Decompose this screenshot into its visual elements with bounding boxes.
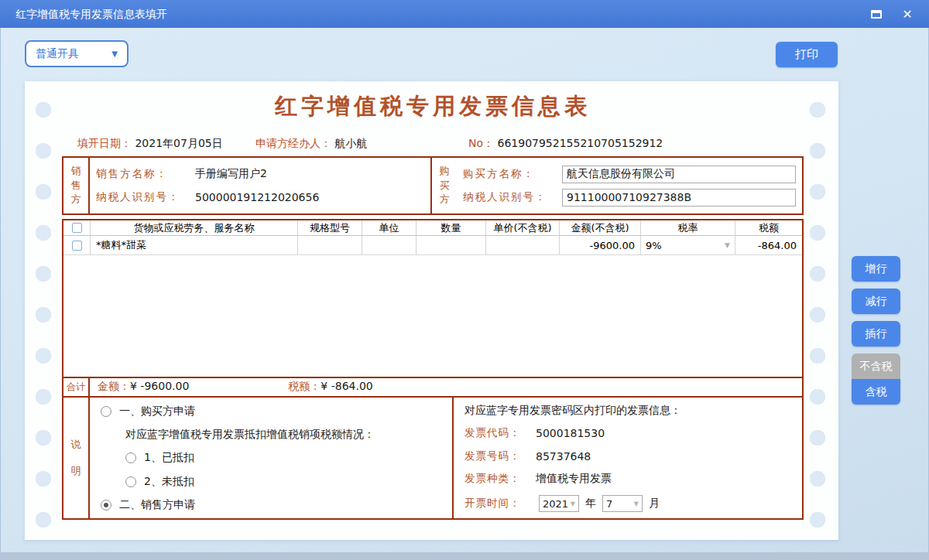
option-not-deducted-label: 2、未抵扣 xyxy=(144,475,194,489)
radio-icon[interactable] xyxy=(125,476,136,487)
buyer-taxid-input[interactable] xyxy=(562,189,796,207)
col-price: 单价(不含税) xyxy=(486,220,560,235)
option-deducted-label: 1、已抵扣 xyxy=(144,451,194,465)
buyer-name-input[interactable] xyxy=(562,166,796,183)
totals-tax: 税额：¥ -864.00 xyxy=(288,380,372,394)
invoice-month-select[interactable]: 7 ▼ xyxy=(602,495,643,512)
row-checkbox[interactable] xyxy=(72,241,82,251)
chevron-down-icon: ▼ xyxy=(571,500,575,507)
seller-taxid-label: 纳税人识别号： xyxy=(96,190,195,204)
row-tax-cell[interactable]: -864.00 xyxy=(735,236,802,254)
applicant-value: 航小航 xyxy=(334,137,367,149)
form-number-label: No： xyxy=(468,137,494,149)
radio-icon[interactable] xyxy=(101,406,111,417)
add-row-label: 增行 xyxy=(866,262,887,276)
chevron-down-icon: ▼ xyxy=(111,50,118,58)
col-tax: 税额 xyxy=(735,220,802,235)
tax-excluded-toggle[interactable]: 不含税 xyxy=(852,353,900,379)
option-seller-apply-label: 二、销售方申请 xyxy=(119,498,195,512)
invoice-code-value: 5000181530 xyxy=(536,427,605,439)
seller-side-cell: 销售方 xyxy=(63,158,90,213)
buyer-side-label: 购买方 xyxy=(439,164,451,208)
print-button[interactable]: 打印 xyxy=(776,42,838,67)
invoice-month-value: 7 xyxy=(606,498,612,510)
seller-taxid-value: 500000191212020656 xyxy=(195,191,319,203)
blue-invoice-info: 对应蓝字专用发票密码区内打印的发票信息： 发票代码： 5000181530 发票… xyxy=(454,398,802,519)
buyer-fields: 购买方名称： 纳税人识别号： xyxy=(457,158,802,213)
invoice-year-select[interactable]: 2021 ▼ xyxy=(539,495,579,512)
blue-invoice-caption-text: 对应蓝字专用发票密码区内打印的发票信息： xyxy=(464,404,681,418)
notes-side-label: 说明 xyxy=(70,432,82,484)
deduct-caption-text: 对应蓝字增值税专用发票抵扣增值税销项税额情况： xyxy=(125,428,375,442)
titlebar: 红字增值税专用发票信息表填开 ✕ xyxy=(0,0,929,28)
row-amount-cell[interactable]: -9600.00 xyxy=(560,236,641,254)
blue-invoice-caption: 对应蓝字专用发票密码区内打印的发票信息： xyxy=(464,404,802,418)
notes-side-cell: 说明 xyxy=(63,398,90,519)
chevron-down-icon: ▼ xyxy=(634,500,639,507)
table-row: *糖料*甜菜 -9600.00 9% ▼ -864.00 xyxy=(63,236,802,255)
totals-tax-label: 税额： xyxy=(288,380,321,392)
col-taxrate: 税率 xyxy=(641,220,735,235)
seller-fields: 销售方名称： 手册编写用户2 纳税人识别号： 50000019121202065… xyxy=(90,158,430,213)
buyer-taxid-label: 纳税人识别号： xyxy=(463,190,562,204)
close-icon: ✕ xyxy=(902,7,912,22)
totals-tax-value: ¥ -864.00 xyxy=(321,380,372,392)
items-table: 货物或应税劳务、服务名称 规格型号 单位 数量 单价(不含税) 金额(不含税) … xyxy=(62,219,804,520)
invoice-time-label: 开票时间： xyxy=(464,497,536,510)
insert-row-button[interactable]: 插行 xyxy=(852,321,900,347)
form-header-row: 填开日期： 2021年07月05日 申请方经办人： 航小航 No： 661907… xyxy=(62,137,804,152)
invoice-type-label: 发票种类： xyxy=(464,472,536,486)
print-button-label: 打印 xyxy=(795,47,818,62)
buyer-name-label: 购买方名称： xyxy=(463,167,562,181)
add-row-button[interactable]: 增行 xyxy=(852,256,900,282)
restore-icon xyxy=(871,10,882,19)
tax-included-toggle[interactable]: 含税 xyxy=(852,379,900,405)
invoice-number-label: 发票号码： xyxy=(464,449,536,463)
month-unit: 月 xyxy=(649,497,660,510)
radio-icon[interactable] xyxy=(125,452,136,463)
select-all-checkbox[interactable] xyxy=(72,223,82,233)
option-not-deducted[interactable]: 2、未抵扣 xyxy=(125,475,452,489)
select-all-cell xyxy=(63,220,91,235)
remove-row-label: 减行 xyxy=(866,295,887,309)
row-name-cell[interactable]: *糖料*甜菜 xyxy=(91,236,298,254)
issue-mode-select[interactable]: 普通开具 ▼ xyxy=(25,40,129,67)
option-buyer-apply-label: 一、购买方申请 xyxy=(119,405,195,418)
buyer-side-cell: 购买方 xyxy=(430,158,457,213)
window-title: 红字增值税专用发票信息表填开 xyxy=(15,0,167,28)
row-taxrate-select[interactable]: 9% ▼ xyxy=(641,236,735,254)
totals-label: 合计 xyxy=(63,378,90,396)
row-taxrate-value: 9% xyxy=(646,240,662,251)
seller-side-label: 销售方 xyxy=(70,164,82,208)
row-unit-cell[interactable] xyxy=(362,236,417,254)
remove-row-button[interactable]: 减行 xyxy=(852,289,900,314)
row-spec-cell[interactable] xyxy=(298,236,362,254)
notes-section: 说明 一、购买方申请 对应蓝字增值税专用发票抵扣增值税销项税额情况： 1、已抵扣… xyxy=(63,398,802,519)
col-unit: 单位 xyxy=(362,220,417,235)
invoice-number-value: 85737648 xyxy=(536,450,591,463)
row-qty-cell[interactable] xyxy=(417,236,486,254)
perforation-dots-right xyxy=(809,101,826,528)
radio-selected-icon[interactable] xyxy=(101,500,111,510)
row-checkbox-cell xyxy=(63,236,91,254)
applicant: 申请方经办人： 航小航 xyxy=(255,137,367,151)
form-title: 红字增值税专用发票信息表 xyxy=(62,91,804,122)
col-qty: 数量 xyxy=(417,220,486,235)
tax-included-label: 含税 xyxy=(866,385,887,399)
row-price-cell[interactable] xyxy=(486,236,560,254)
fill-date-label: 填开日期： xyxy=(77,137,132,149)
close-button[interactable]: ✕ xyxy=(892,0,923,28)
restore-button[interactable] xyxy=(861,0,892,28)
seller-name-label: 销售方名称： xyxy=(96,167,195,181)
perforation-dots-left xyxy=(35,101,52,528)
col-spec: 规格型号 xyxy=(298,220,362,235)
chevron-down-icon: ▼ xyxy=(725,241,730,249)
option-seller-apply[interactable]: 二、销售方申请 xyxy=(101,498,452,512)
fill-date: 填开日期： 2021年07月05日 xyxy=(77,137,223,151)
invoice-code-label: 发票代码： xyxy=(464,426,536,440)
option-buyer-apply[interactable]: 一、购买方申请 xyxy=(101,405,452,418)
fill-date-value: 2021年07月05日 xyxy=(135,137,222,149)
option-deducted[interactable]: 1、已抵扣 xyxy=(125,451,452,465)
totals-amount-value: ¥ -9600.00 xyxy=(130,380,189,392)
totals-row: 合计 金额：¥ -9600.00 税额：¥ -864.00 xyxy=(63,377,802,398)
